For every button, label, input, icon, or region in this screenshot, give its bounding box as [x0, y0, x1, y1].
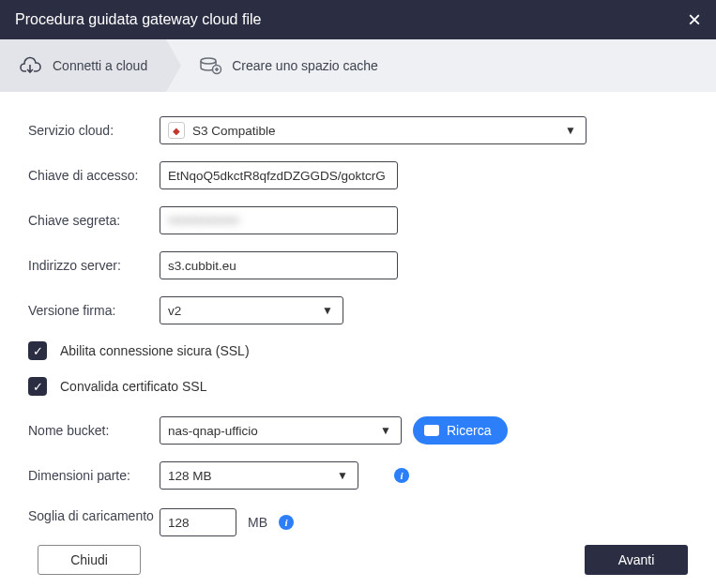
search-bucket-button[interactable]: Ricerca [413, 416, 508, 445]
wizard-steps: Connetti a cloud Creare uno spazio cache [0, 39, 716, 92]
info-icon[interactable]: i [279, 515, 294, 530]
bucket-icon [424, 425, 439, 436]
disk-icon [198, 56, 222, 75]
cloud-service-label: Servizio cloud: [28, 123, 160, 138]
server-address-input[interactable]: s3.cubbit.eu [160, 251, 398, 279]
ssl-validate-checkbox[interactable]: ✓ [28, 377, 47, 396]
cloud-service-select[interactable]: ◆ S3 Compatible ▼ [160, 116, 587, 144]
part-size-label: Dimensioni parte: [28, 468, 160, 483]
titlebar: Procedura guidata gateway cloud file × [0, 0, 716, 39]
server-address-label: Indirizzo server: [28, 258, 160, 273]
signature-version-label: Versione firma: [28, 303, 160, 318]
ssl-validate-label: Convalida certificato SSL [60, 379, 206, 394]
step-label: Connetti a cloud [53, 58, 147, 73]
access-key-label: Chiave di accesso: [28, 168, 160, 183]
part-size-select[interactable]: 128 MB ▼ [160, 461, 358, 490]
info-icon[interactable]: i [394, 468, 409, 483]
dialog-title: Procedura guidata gateway cloud file [15, 11, 261, 28]
upload-threshold-input[interactable]: 128 [160, 508, 236, 536]
ssl-enable-label: Abilita connessione sicura (SSL) [60, 343, 250, 358]
step-connect-cloud[interactable]: Connetti a cloud [0, 39, 166, 92]
ssl-enable-checkbox[interactable]: ✓ [28, 341, 47, 360]
bucket-name-label: Nome bucket: [28, 423, 160, 438]
chevron-down-icon: ▼ [322, 304, 333, 317]
close-button[interactable]: Chiudi [38, 545, 141, 575]
upload-threshold-label: Soglia di caricamento [28, 506, 160, 526]
next-button[interactable]: Avanti [585, 545, 688, 575]
signature-version-select[interactable]: v2 ▼ [160, 296, 343, 324]
secret-key-input[interactable]: •••••••••••••••• [160, 206, 398, 234]
form-area: Servizio cloud: ◆ S3 Compatible ▼ Chiave… [0, 92, 716, 563]
secret-key-label: Chiave segreta: [28, 213, 160, 228]
bucket-name-select[interactable]: nas-qnap-ufficio ▼ [160, 416, 402, 445]
chevron-down-icon: ▼ [380, 424, 391, 437]
dialog-footer: Chiudi Avanti [0, 545, 716, 575]
s3-provider-icon: ◆ [168, 122, 185, 139]
chevron-down-icon: ▼ [565, 124, 576, 137]
svg-point-0 [201, 58, 216, 64]
chevron-down-icon: ▼ [337, 469, 348, 482]
unit-label: MB [248, 515, 267, 530]
step-label: Creare uno spazio cache [232, 58, 378, 73]
cloud-icon [19, 56, 43, 75]
step-create-cache[interactable]: Creare uno spazio cache [166, 39, 397, 92]
close-icon[interactable]: × [688, 8, 701, 31]
access-key-input[interactable]: EtNqoQ5dkctR8qfzdDZGGDS/goktcrG [160, 161, 398, 189]
